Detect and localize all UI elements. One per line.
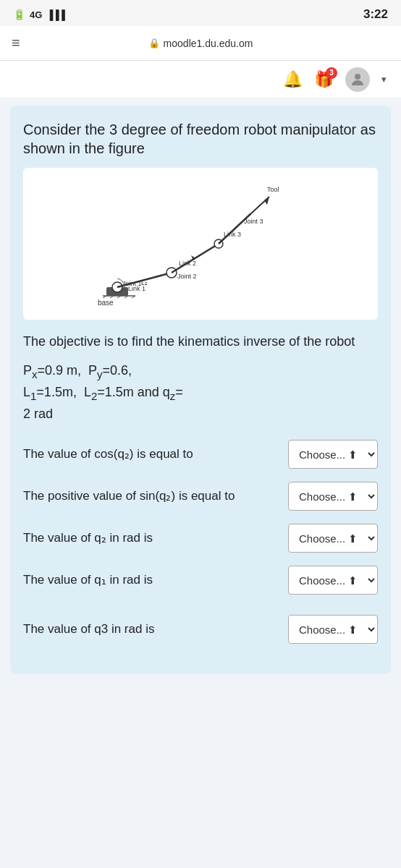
answer-select-4[interactable]: Choose... ⬆ 0.5 1.0 1.5 2.0 2.5 (288, 566, 378, 595)
signal-bars: ▐▐▐ (46, 9, 64, 20)
menu-icon[interactable]: ≡ (12, 35, 20, 51)
question-row-4: The value of q₁ in rad is Choose... ⬆ 0.… (23, 566, 378, 595)
params-text: Px=0.9 m, Py=0.6, L1=1.5m, L2=1.5m and q… (23, 361, 378, 424)
battery-icon: 🔋 (13, 9, 25, 20)
description-text: The objective is to find the kinematics … (23, 333, 378, 351)
question-text-1: The value of cos(q₂) is equal to (23, 446, 281, 463)
top-nav: ≡ 🔒 moodle1.du.edu.om (0, 26, 401, 61)
answer-select-1[interactable]: Choose... ⬆ 0.5 -0.5 0.6 -0.6 0.8 -0.8 (288, 440, 378, 469)
avatar[interactable] (345, 67, 370, 92)
svg-marker-23 (264, 197, 269, 205)
svg-point-0 (355, 74, 360, 80)
status-bar: 🔋 4G ▐▐▐ 3:22 (0, 0, 401, 26)
answer-select-3[interactable]: Choose... ⬆ 0.5 1.0 1.5 2.0 2.5 (288, 524, 378, 553)
chevron-down-icon[interactable]: ▾ (381, 74, 387, 85)
answer-select-2[interactable]: Choose... ⬆ 0.5 0.6 0.7 0.8 0.9 (288, 482, 378, 511)
url-text: moodle1.du.edu.om (164, 38, 253, 49)
svg-text:L₁: L₁ (141, 279, 148, 286)
question-row-3: The value of q₂ in rad is Choose... ⬆ 0.… (23, 524, 378, 553)
notification-button[interactable]: 🎁 3 (314, 70, 334, 89)
svg-text:Link 3: Link 3 (224, 231, 241, 238)
question-text-3: The value of q₂ in rad is (23, 530, 281, 547)
url-bar: 🔒 moodle1.du.edu.om (148, 38, 253, 49)
question-text-4: The value of q₁ in rad is (23, 572, 281, 589)
clock: 3:22 (363, 7, 388, 22)
question-card: Consider the 3 degree of freedom robot m… (10, 106, 391, 674)
question-row-1: The value of cos(q₂) is equal to Choose.… (23, 440, 378, 469)
svg-text:Joint 2: Joint 2 (177, 273, 197, 280)
status-left: 🔋 4G ▐▐▐ (13, 9, 64, 20)
notification-badge: 3 (326, 67, 337, 79)
question-text-2: The positive value of sin(q₂) is equal t… (23, 488, 281, 505)
svg-text:base: base (98, 299, 114, 307)
question-row-2: The positive value of sin(q₂) is equal t… (23, 482, 378, 511)
question-text-5: The value of q3 in rad is (23, 621, 281, 638)
lock-icon: 🔒 (148, 38, 160, 48)
network-label: 4G (30, 9, 42, 20)
answer-select-5[interactable]: Choose... ⬆ 0.5 1.0 1.5 2.0 2.5 (288, 615, 378, 644)
svg-text:Joint 3: Joint 3 (244, 218, 263, 225)
header-row: 🔔 🎁 3 ▾ (0, 61, 401, 98)
svg-text:Tool: Tool (267, 186, 279, 193)
bottom-bar (0, 865, 401, 868)
main-content: Consider the 3 degree of freedom robot m… (0, 98, 401, 865)
bell-icon[interactable]: 🔔 (283, 70, 303, 89)
card-title: Consider the 3 degree of freedom robot m… (23, 120, 378, 158)
svg-text:Link 2: Link 2 (179, 260, 196, 267)
robot-diagram: base Joint 1 Link 1 L₁ Joint 2 (23, 168, 378, 320)
question-row-5: The value of q3 in rad is Choose... ⬆ 0.… (23, 615, 378, 644)
